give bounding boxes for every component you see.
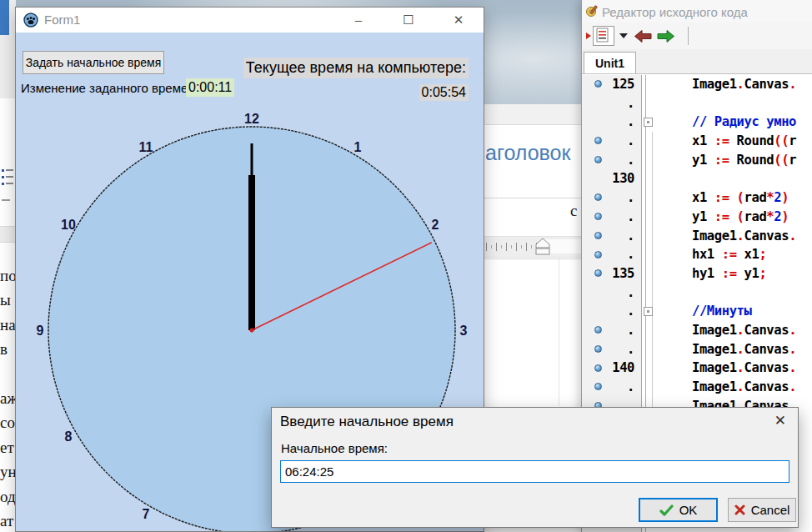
editor-title: Редактор исходного кода [602, 5, 748, 19]
breakpoint-dot[interactable] [594, 251, 602, 258]
code-text[interactable]: y1 := (rad*2) [657, 208, 812, 227]
chevron-down-icon[interactable] [619, 33, 628, 38]
clock-number-7: 7 [143, 507, 150, 521]
gutter-cell[interactable]: . [582, 188, 641, 208]
breakpoint-dot[interactable] [594, 269, 602, 277]
breakpoint-dot[interactable] [594, 193, 602, 201]
breakpoint-dot[interactable] [594, 232, 602, 239]
gutter-cell[interactable]: . [582, 284, 641, 303]
gutter-cell[interactable]: 135 [582, 264, 641, 284]
breakpoint-dot[interactable] [594, 213, 602, 220]
code-text[interactable]: Image1.Canvas. [657, 529, 812, 532]
gutter-cell[interactable]: . [582, 94, 641, 113]
code-line[interactable]: .y1 := (rad*2) [582, 208, 812, 227]
navigate-forward-button[interactable] [657, 30, 674, 43]
code-text[interactable]: //Минуты [657, 302, 812, 321]
numbered-list-icon[interactable] [2, 168, 13, 187]
ok-button[interactable]: OK [639, 498, 718, 522]
minimize-button[interactable]: – [338, 8, 378, 33]
indent-marker-icon[interactable] [534, 238, 552, 256]
code-text[interactable] [657, 169, 812, 188]
gutter-cell[interactable]: . [582, 151, 641, 170]
code-text[interactable]: hx1 := x1; [657, 245, 812, 264]
code-text[interactable]: Image1.Canvas. [657, 359, 812, 378]
clock-number-2: 2 [432, 218, 439, 232]
gutter-cell[interactable]: 125 [582, 75, 641, 94]
close-button[interactable]: ✕ [439, 8, 479, 33]
maximize-button[interactable]: ☐ [388, 8, 429, 33]
code-line[interactable]: .// Радиус умно [582, 113, 812, 132]
code-line[interactable]: .Image1.Canvas. [582, 340, 812, 359]
code-line[interactable]: 130 [582, 169, 812, 188]
breakpoint-dot[interactable] [594, 326, 602, 334]
code-line[interactable]: .hx1 := x1; [582, 245, 812, 264]
fold-margin [641, 113, 657, 132]
gutter-cell[interactable]: . [582, 321, 641, 340]
code-line[interactable]: 135hy1 := y1; [582, 264, 812, 284]
breakpoint-dot[interactable] [594, 80, 602, 88]
start-time-input[interactable] [280, 460, 789, 483]
gutter-cell[interactable]: . [582, 132, 641, 151]
code-line[interactable]: 140Image1.Canvas. [582, 359, 812, 378]
gutter-cell[interactable]: . [582, 340, 641, 359]
word-rule-line [484, 198, 581, 198]
document-text-fragment: по [0, 263, 16, 288]
gutter-cell[interactable]: . [582, 302, 641, 321]
code-line[interactable]: .Image1.Canvas. [582, 227, 812, 246]
gutter-cell[interactable]: . [582, 529, 641, 532]
breakpoint-dot[interactable] [594, 345, 602, 353]
code-text[interactable] [657, 94, 812, 113]
code-text[interactable]: y1 := Round((r [657, 151, 812, 170]
code-line[interactable]: .x1 := (rad*2) [582, 188, 812, 208]
gutter-cell[interactable]: . [582, 227, 641, 246]
gutter-cell[interactable]: . [582, 113, 641, 132]
gutter-cell[interactable]: 130 [582, 169, 641, 188]
fold-toggle-icon[interactable] [644, 307, 653, 316]
dialog-close-icon[interactable]: ✕ [774, 412, 786, 429]
gutter-cell[interactable]: 140 [582, 359, 641, 378]
code-text[interactable]: x1 := Round((r [657, 132, 812, 151]
fold-margin [641, 245, 657, 264]
code-line[interactable]: .//Минуты [582, 302, 812, 321]
code-text[interactable]: Image1.Canvas. [657, 227, 812, 246]
code-line[interactable]: .Image1.Canvas. [582, 321, 812, 340]
clock-number-1: 1 [354, 140, 362, 154]
code-line[interactable]: .x1 := Round((r [582, 132, 812, 151]
fold-margin [641, 208, 657, 227]
code-line[interactable]: .y1 := Round((r [582, 151, 812, 170]
word-page-edge [559, 259, 559, 406]
gutter-cell[interactable]: . [582, 208, 641, 227]
code-line[interactable]: 125Image1.Canvas. [582, 75, 812, 94]
gutter-cell[interactable]: . [582, 378, 641, 397]
code-text[interactable]: hy1 := y1; [657, 264, 812, 284]
code-text[interactable]: Image1.Canvas. [657, 75, 812, 94]
code-text[interactable]: x1 := (rad*2) [657, 188, 812, 208]
code-text[interactable]: Image1.Canvas. [657, 340, 812, 359]
cancel-button[interactable]: Cancel [728, 498, 796, 522]
code-text[interactable]: Image1.Canvas. [657, 378, 812, 397]
code-line[interactable]: .Image1.Canvas. [582, 529, 812, 532]
code-text[interactable] [657, 284, 812, 303]
breakpoint-dot[interactable] [594, 364, 602, 372]
code-line[interactable]: . [582, 284, 812, 303]
navigate-back-button[interactable] [634, 30, 652, 43]
code-line[interactable]: .Image1.Canvas. [582, 378, 812, 397]
code-structure-button[interactable] [593, 26, 614, 46]
fold-toggle-icon[interactable] [644, 118, 653, 127]
clock-center [250, 329, 254, 333]
breakpoint-dot[interactable] [594, 383, 602, 390]
editor-titlebar[interactable]: Редактор исходного кода [582, 0, 812, 23]
fold-margin [641, 321, 657, 340]
word-ruler[interactable] [484, 236, 581, 258]
tab-unit1[interactable]: Unit1 [584, 52, 636, 73]
clock-number-9: 9 [37, 324, 44, 338]
code-text[interactable]: // Радиус умно [657, 113, 812, 132]
breakpoint-dot[interactable] [594, 156, 602, 163]
form1-titlebar[interactable]: Form1 – ☐ ✕ [16, 8, 484, 33]
fold-margin [641, 151, 657, 170]
code-line[interactable]: . [582, 94, 812, 113]
code-text[interactable]: Image1.Canvas. [657, 321, 812, 340]
gutter-cell[interactable]: . [582, 245, 641, 264]
set-start-time-button[interactable]: Задать начальное время [23, 51, 164, 74]
breakpoint-dot[interactable] [594, 137, 602, 144]
